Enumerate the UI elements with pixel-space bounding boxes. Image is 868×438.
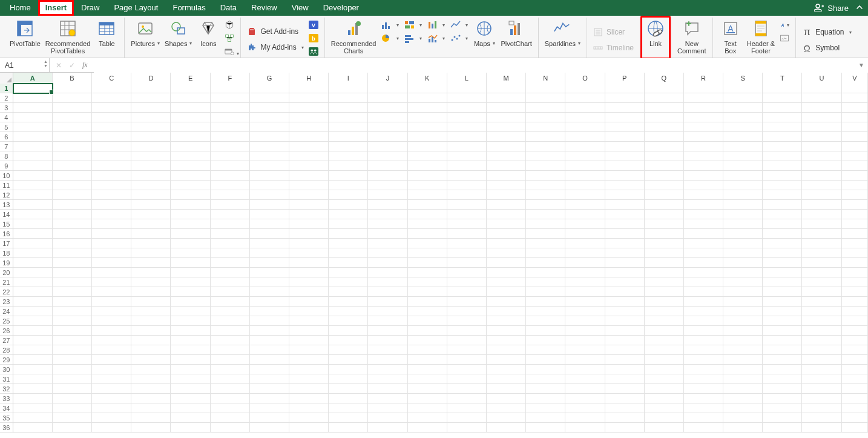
cell[interactable] [842, 122, 868, 132]
cell[interactable] [763, 258, 802, 268]
cell[interactable] [408, 316, 447, 326]
cell[interactable] [487, 93, 526, 103]
cell[interactable] [13, 423, 53, 433]
cell[interactable] [684, 200, 723, 210]
cell[interactable] [684, 210, 723, 219]
cell[interactable] [250, 190, 289, 200]
row-header[interactable]: 15 [0, 219, 13, 229]
cell[interactable] [329, 151, 368, 161]
cell[interactable] [645, 423, 684, 433]
cell[interactable] [368, 181, 407, 190]
cell[interactable] [763, 403, 802, 413]
row-header[interactable]: 21 [0, 277, 13, 287]
cell[interactable] [92, 113, 131, 122]
cell[interactable] [368, 316, 407, 326]
cell[interactable] [289, 258, 329, 268]
cell[interactable] [565, 277, 605, 287]
cell[interactable] [802, 200, 841, 210]
cell[interactable] [131, 297, 171, 307]
cell[interactable] [802, 355, 841, 365]
cell[interactable] [487, 161, 526, 171]
cell[interactable] [487, 219, 526, 229]
cell[interactable] [723, 297, 763, 307]
cell[interactable] [723, 248, 763, 258]
bar-chart-button[interactable]: ▾ [404, 33, 422, 43]
column-header[interactable]: N [526, 73, 565, 84]
cell[interactable] [605, 297, 645, 307]
get-addins-button[interactable]: Get Add-ins [245, 25, 306, 38]
column-header[interactable]: F [211, 73, 250, 84]
row-header[interactable]: 34 [0, 403, 13, 413]
cell[interactable] [763, 374, 802, 384]
cell[interactable] [250, 384, 289, 394]
share-button[interactable]: Share [814, 3, 849, 13]
cell[interactable] [723, 423, 763, 433]
cell[interactable] [131, 190, 171, 200]
cell[interactable] [250, 142, 289, 151]
cell[interactable] [605, 268, 645, 277]
cell[interactable] [487, 84, 526, 93]
cell[interactable] [171, 268, 210, 277]
cell[interactable] [447, 93, 487, 103]
cell[interactable] [802, 113, 841, 122]
cell[interactable] [645, 297, 684, 307]
cell[interactable] [289, 365, 329, 374]
cell[interactable] [131, 384, 171, 394]
cell[interactable] [723, 345, 763, 355]
column-header[interactable]: C [92, 73, 131, 84]
cell[interactable] [487, 277, 526, 287]
cell[interactable] [802, 239, 841, 248]
cell[interactable] [487, 365, 526, 374]
cell[interactable] [763, 93, 802, 103]
cell[interactable] [13, 394, 53, 403]
row-header[interactable]: 28 [0, 345, 13, 355]
cell[interactable] [842, 103, 868, 113]
cell[interactable] [329, 132, 368, 142]
cell[interactable] [645, 394, 684, 403]
cell[interactable] [368, 142, 407, 151]
column-header[interactable]: P [605, 73, 645, 84]
cell[interactable] [250, 403, 289, 413]
cell[interactable] [92, 268, 131, 277]
cell[interactable] [408, 151, 447, 161]
cell[interactable] [131, 132, 171, 142]
cell[interactable] [329, 394, 368, 403]
cell[interactable] [802, 219, 841, 229]
cell[interactable] [171, 142, 210, 151]
cell[interactable] [802, 413, 841, 423]
tab-draw[interactable]: Draw [74, 0, 107, 16]
cell[interactable] [171, 181, 210, 190]
cell[interactable] [408, 219, 447, 229]
cell[interactable] [408, 181, 447, 190]
cell[interactable] [53, 151, 92, 161]
cell[interactable] [368, 132, 407, 142]
cell[interactable] [447, 84, 487, 93]
cell[interactable] [211, 142, 250, 151]
cell[interactable] [802, 210, 841, 219]
cell[interactable] [645, 122, 684, 132]
cell[interactable] [368, 113, 407, 122]
column-chart-button[interactable]: ▾ [381, 20, 399, 30]
cell[interactable] [368, 171, 407, 181]
cell[interactable] [131, 161, 171, 171]
cell[interactable] [723, 258, 763, 268]
cell[interactable] [842, 190, 868, 200]
cell[interactable] [487, 374, 526, 384]
cell[interactable] [565, 423, 605, 433]
cell[interactable] [763, 336, 802, 345]
cell[interactable] [487, 423, 526, 433]
row-header[interactable]: 36 [0, 423, 13, 433]
cell[interactable] [211, 355, 250, 365]
cell[interactable] [763, 326, 802, 336]
cell[interactable] [329, 229, 368, 239]
cell[interactable] [408, 161, 447, 171]
cell[interactable] [289, 316, 329, 326]
cell[interactable] [802, 365, 841, 374]
cell[interactable] [53, 326, 92, 336]
cell[interactable] [408, 84, 447, 93]
cell[interactable] [565, 181, 605, 190]
cell[interactable] [684, 326, 723, 336]
cell[interactable] [131, 394, 171, 403]
cell[interactable] [487, 190, 526, 200]
cell[interactable] [171, 248, 210, 258]
